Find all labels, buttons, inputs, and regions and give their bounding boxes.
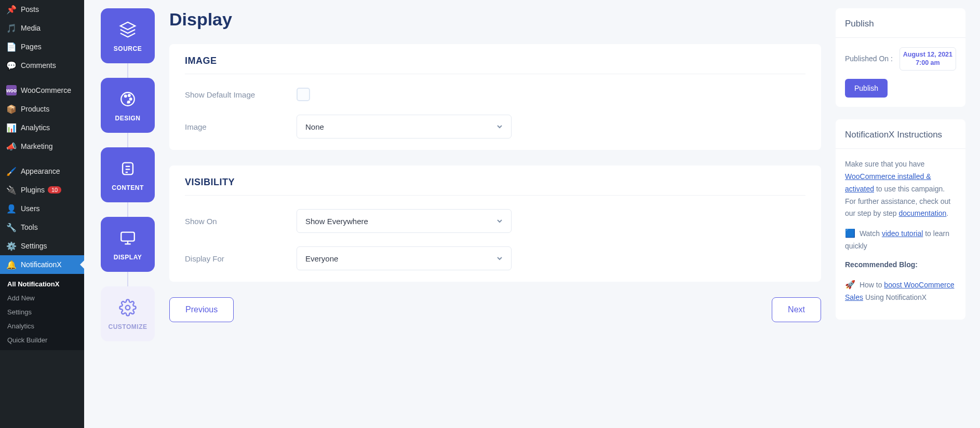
sidebar-item-label: Pages <box>21 43 42 51</box>
sidebar-item-tools[interactable]: 🔧 Tools <box>0 218 84 237</box>
settings-icon: ⚙️ <box>6 241 17 251</box>
instructions-paragraph-3: 🚀 How to boost WooCommerce Sales Using N… <box>845 278 956 304</box>
sidebar-item-media[interactable]: 🎵 Media <box>0 19 84 37</box>
step-content[interactable]: CONTENT <box>101 147 155 202</box>
step-display[interactable]: DISPLAY <box>101 217 155 272</box>
sidebar-item-label: Posts <box>21 5 39 13</box>
svg-point-0 <box>121 92 135 106</box>
step-source[interactable]: SOURCE <box>101 8 155 63</box>
link-video-tutorial[interactable]: video tutorial <box>882 229 923 238</box>
media-icon: 🎵 <box>6 23 17 33</box>
sidebar-item-analytics[interactable]: 📊 Analytics <box>0 118 84 137</box>
instructions-paragraph-2: 🟦 Watch video tutorial to learn quickly <box>845 226 956 253</box>
instructions-text: How to <box>860 281 884 289</box>
sidebar-item-label: NotificationX <box>21 260 62 269</box>
step-label: CUSTOMIZE <box>109 323 147 330</box>
published-date: August 12, 2021 <box>903 51 952 59</box>
step-connector <box>127 133 128 147</box>
chevron-down-icon <box>496 123 503 130</box>
gear-icon <box>117 297 138 318</box>
monitor-icon <box>117 228 138 248</box>
instructions-text: Using NotificationX <box>863 293 927 301</box>
publish-button[interactable]: Publish <box>845 79 888 98</box>
sidebar-item-marketing[interactable]: 📣 Marketing <box>0 137 84 156</box>
sidebar-item-appearance[interactable]: 🖌️ Appearance <box>0 162 84 181</box>
image-select[interactable]: None <box>297 115 512 139</box>
sidebar-item-comments[interactable]: 💬 Comments <box>0 56 84 75</box>
link-documentation[interactable]: documentation <box>899 209 947 217</box>
rocket-icon: 🚀 <box>845 280 855 289</box>
wp-admin-sidebar: 📌 Posts 🎵 Media 📄 Pages 💬 Comments woo W… <box>0 0 84 428</box>
sidebar-item-pages[interactable]: 📄 Pages <box>0 37 84 56</box>
visibility-section: VISIBILITY Show On Show Everywhere Displ… <box>169 165 821 282</box>
sidebar-item-label: Appearance <box>21 167 60 175</box>
submenu-analytics[interactable]: Analytics <box>0 319 84 333</box>
chevron-down-icon <box>496 218 503 224</box>
pin-icon: 📌 <box>6 4 17 15</box>
sidebar-item-label: Settings <box>21 242 47 250</box>
sidebar-item-label: Products <box>21 105 49 113</box>
sidebar-item-label: Analytics <box>21 123 50 132</box>
sidebar-item-posts[interactable]: 📌 Posts <box>0 0 84 19</box>
image-select-value: None <box>305 122 324 131</box>
image-field-label: Image <box>185 122 297 131</box>
instructions-text: Watch <box>860 229 882 238</box>
instructions-text: Make sure that you have <box>845 160 924 168</box>
woocommerce-icon: woo <box>6 85 17 95</box>
published-date-badge: August 12, 2021 7:00 am <box>900 47 956 71</box>
display-for-label: Display For <box>185 254 297 263</box>
previous-button[interactable]: Previous <box>169 297 234 322</box>
submenu-settings[interactable]: Settings <box>0 305 84 319</box>
chevron-down-icon <box>496 255 503 261</box>
tools-icon: 🔧 <box>6 222 17 232</box>
right-column: Publish Published On : August 12, 2021 7… <box>836 0 965 428</box>
step-label: SOURCE <box>114 45 142 52</box>
instructions-card-title: NotificationX Instructions <box>836 119 965 149</box>
show-default-image-checkbox[interactable] <box>297 88 310 101</box>
submenu-all-notificationx[interactable]: All NotificationX <box>0 277 84 291</box>
sidebar-item-plugins[interactable]: 🔌 Plugins 10 <box>0 181 84 199</box>
image-section-title: IMAGE <box>185 56 806 74</box>
step-connector <box>127 202 128 217</box>
publish-card: Publish Published On : August 12, 2021 7… <box>836 8 965 107</box>
svg-point-3 <box>130 98 132 100</box>
page-title: Display <box>169 9 821 30</box>
sidebar-item-products[interactable]: 📦 Products <box>0 100 84 118</box>
sidebar-item-notificationx[interactable]: 🔔 NotificationX <box>0 255 84 274</box>
document-icon <box>117 158 138 179</box>
sidebar-item-users[interactable]: 👤 Users <box>0 199 84 218</box>
pages-icon: 📄 <box>6 42 17 52</box>
instructions-paragraph-1: Make sure that you have WooCommerce inst… <box>845 158 956 220</box>
step-connector <box>127 272 128 286</box>
sidebar-item-label: Comments <box>21 61 56 70</box>
plugins-badge: 10 <box>48 186 61 194</box>
step-label: DISPLAY <box>114 254 142 261</box>
sidebar-item-label: Media <box>21 24 41 32</box>
show-on-value: Show Everywhere <box>305 217 368 226</box>
instructions-card: NotificationX Instructions Make sure tha… <box>836 119 965 320</box>
step-connector <box>127 63 128 78</box>
step-design[interactable]: DESIGN <box>101 78 155 133</box>
svg-point-1 <box>125 95 127 97</box>
visibility-section-title: VISIBILITY <box>185 177 806 196</box>
next-button[interactable]: Next <box>772 297 821 322</box>
submenu-add-new[interactable]: Add New <box>0 291 84 305</box>
display-for-select[interactable]: Everyone <box>297 246 512 270</box>
sidebar-item-label: Marketing <box>21 142 52 150</box>
plugins-icon: 🔌 <box>6 185 17 195</box>
main-content: Display IMAGE Show Default Image Image N… <box>169 0 821 428</box>
published-time: 7:00 am <box>903 59 952 67</box>
svg-point-11 <box>126 306 130 310</box>
show-on-select[interactable]: Show Everywhere <box>297 209 512 233</box>
sidebar-item-woocommerce[interactable]: woo WooCommerce <box>0 81 84 100</box>
sidebar-item-settings[interactable]: ⚙️ Settings <box>0 237 84 255</box>
submenu-quick-builder[interactable]: Quick Builder <box>0 333 84 347</box>
sidebar-item-label: WooCommerce <box>21 86 71 94</box>
recommended-blog-title: Recommended Blog: <box>845 259 956 271</box>
publish-card-title: Publish <box>836 8 965 38</box>
step-customize[interactable]: CUSTOMIZE <box>101 286 155 341</box>
sidebar-item-label: Users <box>21 204 40 213</box>
video-box-icon: 🟦 <box>845 229 855 238</box>
notificationx-submenu: All NotificationX Add New Settings Analy… <box>0 274 84 350</box>
analytics-icon: 📊 <box>6 122 17 133</box>
